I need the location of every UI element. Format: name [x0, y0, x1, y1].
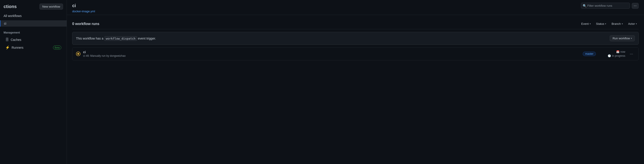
caches-icon: 🗄 — [5, 38, 9, 42]
content-area: 0 workflow runs Event ▾ Status ▾ Branch … — [67, 15, 644, 164]
actor-filter-button[interactable]: Actor ▾ — [626, 21, 639, 26]
beta-badge: Beta — [53, 46, 61, 50]
runners-icon: ⚡ — [5, 45, 10, 50]
sidebar-runners-label: Runners — [12, 46, 24, 49]
event-filter-button[interactable]: Event ▾ — [580, 21, 592, 26]
top-bar-actions: 🔍 ··· — [581, 3, 639, 9]
actor-chevron-icon: ▾ — [636, 23, 637, 25]
calendar-icon: 📅 — [616, 50, 620, 53]
dispatch-code: workflow_dispatch — [104, 36, 137, 41]
sidebar-title: ctions — [4, 4, 17, 9]
run-actions-button[interactable]: ··· — [628, 51, 635, 57]
sidebar-item-all-workflows[interactable]: All workflows — [0, 12, 67, 20]
branch-chevron-icon: ▾ — [622, 23, 623, 25]
status-chevron-icon: ▾ — [605, 23, 606, 25]
sidebar: ctions New workflow All workflows ci Man… — [0, 0, 67, 164]
more-options-button[interactable]: ··· — [632, 3, 639, 9]
runs-header: 0 workflow runs Event ▾ Status ▾ Branch … — [72, 19, 639, 29]
run-time: now — [620, 50, 625, 53]
sidebar-workflow-ci[interactable]: ci — [0, 20, 67, 27]
sidebar-header: ctions New workflow — [0, 4, 67, 12]
run-status-inner — [77, 53, 79, 55]
dispatch-text: This workflow has a workflow_dispatch ev… — [76, 37, 156, 40]
sidebar-management-label: Management — [0, 28, 67, 36]
run-name[interactable]: ci — [83, 50, 580, 54]
run-sub: ci #8: Manually run by dongweizhao — [83, 54, 580, 57]
search-icon: 🔍 — [583, 4, 586, 8]
filter-buttons: Event ▾ Status ▾ Branch ▾ Actor ▾ — [580, 21, 639, 26]
clock-icon: 🕐 — [608, 54, 611, 57]
run-meta: 📅 now 🕐 In progress — [598, 50, 625, 57]
filter-workflow-runs-input[interactable] — [581, 3, 630, 9]
dispatch-text-before: This workflow has a — [76, 37, 104, 40]
sidebar-item-caches[interactable]: 🗄 Caches — [2, 36, 65, 44]
top-bar: ci 🔍 ··· docker-image.yml — [67, 0, 644, 15]
run-item: ci ci #8: Manually run by dongweizhao ma… — [72, 47, 639, 60]
run-status-icon — [76, 52, 80, 56]
runs-count: 0 workflow runs — [72, 22, 100, 26]
workflow-title: ci — [72, 3, 76, 8]
workflow-file-link[interactable]: docker-image.yml — [72, 10, 639, 13]
dispatch-text-after: event trigger. — [138, 37, 156, 40]
branch-filter-button[interactable]: Branch ▾ — [610, 21, 624, 26]
run-branch-badge[interactable]: master — [583, 52, 596, 56]
main-content: ci 🔍 ··· docker-image.yml 0 workflow run… — [67, 0, 644, 164]
status-filter-button[interactable]: Status ▾ — [594, 21, 608, 26]
dispatch-notice: This workflow has a workflow_dispatch ev… — [72, 32, 639, 45]
run-workflow-label: Run workflow — [612, 37, 630, 40]
run-status: In progress — [612, 54, 625, 57]
event-chevron-icon: ▾ — [590, 23, 591, 25]
new-workflow-button[interactable]: New workflow — [40, 4, 63, 10]
run-workflow-button[interactable]: Run workflow ▾ — [610, 35, 635, 41]
sidebar-caches-label: Caches — [11, 38, 21, 42]
sidebar-item-runners[interactable]: ⚡ Runners Beta — [2, 44, 65, 51]
run-workflow-chevron-icon: ▾ — [631, 37, 632, 40]
